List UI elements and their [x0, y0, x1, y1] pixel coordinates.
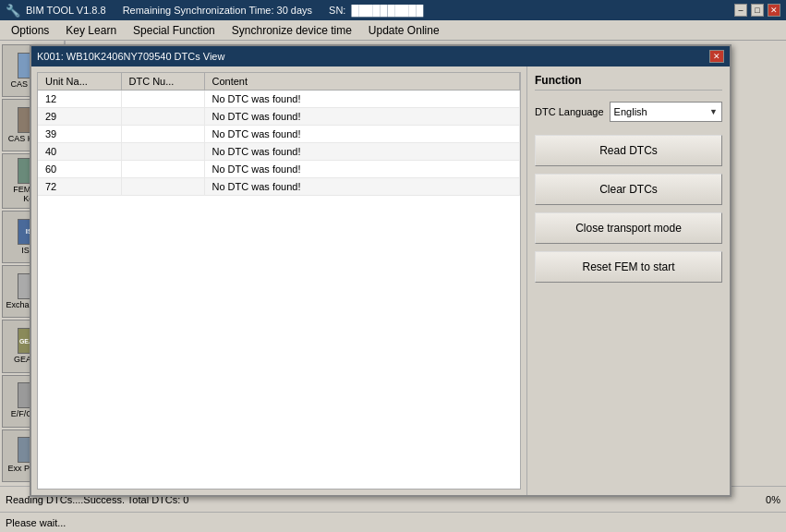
menu-key-learn[interactable]: Key Learn — [58, 22, 124, 39]
app-icon: 🔧 — [6, 4, 20, 18]
cell-content: No DTC was found! — [204, 178, 520, 196]
dialog-title-bar: K001: WB10K2406NY709540 DTCs View ✕ — [31, 46, 730, 66]
sn-label: SN: — [329, 5, 345, 16]
table-row: 72No DTC was found! — [38, 178, 520, 196]
col-dtc-num: DTC Nu... — [121, 73, 204, 91]
cell-dtc-num — [121, 178, 204, 196]
maximize-button[interactable]: □ — [751, 4, 764, 17]
table-row: 29No DTC was found! — [38, 108, 520, 126]
status-percent: 0% — [744, 494, 780, 505]
table-row: 39No DTC was found! — [38, 126, 520, 143]
sn-value: ██████████ — [351, 5, 423, 16]
cell-content: No DTC was found! — [204, 91, 520, 108]
title-bar-left: 🔧 BIM TOOL V1.8.8 Remaining Synchronizat… — [6, 4, 423, 18]
cell-dtc-num — [121, 108, 204, 126]
function-panel-title: Function — [535, 74, 722, 91]
minimize-button[interactable]: – — [734, 4, 747, 17]
close-button[interactable]: ✕ — [768, 4, 780, 17]
cell-unit: 72 — [38, 178, 121, 196]
reset-fem-button[interactable]: Reset FEM to start — [535, 251, 722, 283]
app-title: BIM TOOL V1.8.8 — [26, 5, 106, 16]
cell-dtc-num — [121, 143, 204, 161]
col-unit-name: Unit Na... — [38, 73, 121, 91]
dropdown-arrow-icon: ▼ — [709, 107, 718, 116]
read-dtcs-button[interactable]: Read DTCs — [535, 135, 722, 166]
cell-dtc-num — [121, 91, 204, 108]
bottom-status-text: Please wait... — [6, 517, 66, 528]
cell-unit: 12 — [38, 91, 121, 108]
menu-bar: Options Key Learn Special Function Synch… — [0, 20, 786, 41]
close-transport-button[interactable]: Close transport mode — [535, 212, 722, 244]
cell-content: No DTC was found! — [204, 161, 520, 178]
table-row: 12No DTC was found! — [38, 91, 520, 108]
title-bar-controls: – □ ✕ — [734, 4, 780, 17]
cell-unit: 39 — [38, 126, 121, 143]
main-area: CAS Infor... CAS Key L... FEM/BDC Ke... … — [0, 41, 786, 486]
dialog-body: Unit Na... DTC Nu... Content 12No DTC wa… — [31, 66, 730, 495]
cell-unit: 60 — [38, 161, 121, 178]
cell-dtc-num — [121, 161, 204, 178]
cell-unit: 29 — [38, 108, 121, 126]
menu-update-online[interactable]: Update Online — [361, 22, 447, 39]
cell-content: No DTC was found! — [204, 108, 520, 126]
menu-options[interactable]: Options — [4, 22, 56, 39]
function-panel: Function DTC Language English ▼ Read DTC… — [526, 66, 730, 495]
menu-sync-device-time[interactable]: Synchronize device time — [224, 22, 359, 39]
dtc-language-label: DTC Language — [535, 106, 604, 117]
dtc-table: Unit Na... DTC Nu... Content 12No DTC wa… — [38, 73, 520, 196]
cell-content: No DTC was found! — [204, 143, 520, 161]
table-row: 40No DTC was found! — [38, 143, 520, 161]
bottom-bar: Please wait... — [0, 512, 786, 532]
dialog-title: K001: WB10K2406NY709540 DTCs View — [37, 51, 224, 62]
table-row: 60No DTC was found! — [38, 161, 520, 178]
clear-dtcs-button[interactable]: Clear DTCs — [535, 174, 722, 205]
dialog-close-button[interactable]: ✕ — [709, 50, 724, 63]
cell-dtc-num — [121, 126, 204, 143]
dtc-dialog: K001: WB10K2406NY709540 DTCs View ✕ Unit… — [30, 44, 732, 497]
title-bar: 🔧 BIM TOOL V1.8.8 Remaining Synchronizat… — [0, 0, 786, 20]
cell-content: No DTC was found! — [204, 126, 520, 143]
dtc-language-select[interactable]: English ▼ — [610, 102, 722, 122]
col-content: Content — [204, 73, 520, 91]
dtc-table-area: Unit Na... DTC Nu... Content 12No DTC wa… — [37, 72, 521, 490]
menu-special-function[interactable]: Special Function — [126, 22, 223, 39]
selected-language: English — [614, 106, 647, 117]
cell-unit: 40 — [38, 143, 121, 161]
sync-label: Remaining Synchronization Time: 30 days — [123, 5, 312, 16]
dtc-language-row: DTC Language English ▼ — [535, 102, 722, 122]
